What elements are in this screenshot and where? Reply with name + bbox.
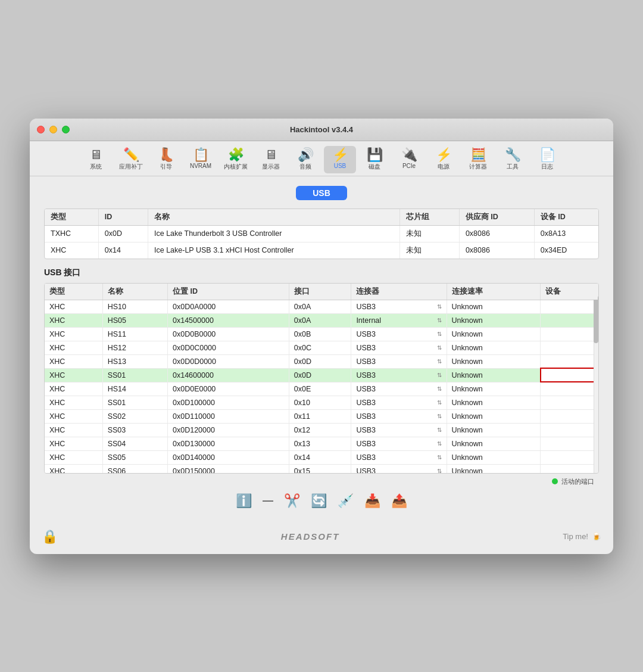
kext-icon: 🧩 <box>228 148 244 161</box>
usb-header: USB <box>44 186 599 200</box>
toolbar-label-audio: 音频 <box>299 163 311 171</box>
table-row[interactable]: XHCHS120x0D0C00000x0CUSB3⇅Unknown <box>45 341 598 354</box>
toolbar-label-log: 日志 <box>541 163 553 171</box>
status-bar: 活动的端口 <box>44 474 599 489</box>
nvram-icon: 📋 <box>193 148 209 161</box>
controllers-table: 类型 ID 名称 芯片组 供应商 ID 设备 ID TXHC0x0DIce La… <box>45 209 598 259</box>
table-row[interactable]: XHCSS050x0D1400000x14USB3⇅Unknown <box>45 450 598 464</box>
power-icon: ⚡ <box>436 148 452 161</box>
magic-wand-button[interactable]: ✂️ <box>284 493 300 509</box>
port-col-connector: 连接器 <box>351 284 447 300</box>
connector-chevron-icon: ⇅ <box>437 468 442 474</box>
connector-chevron-icon: ⇅ <box>437 454 442 461</box>
toolbar-item-audio[interactable]: 🔊 音频 <box>289 146 322 173</box>
toolbar-item-disk[interactable]: 💾 磁盘 <box>358 146 391 173</box>
import-button[interactable]: 📥 <box>364 493 380 509</box>
toolbar-item-display[interactable]: 🖥 显示器 <box>255 146 287 173</box>
patch-icon: ✏️ <box>123 148 139 161</box>
toolbar-label-boot: 引导 <box>160 163 172 171</box>
brand-label: HEADSOFT <box>281 531 340 542</box>
ports-table-header: 类型 名称 位置 ID 接口 连接器 连接速率 设备 <box>45 284 598 300</box>
toolbar-label-system: 系统 <box>90 163 102 171</box>
table-row[interactable]: XHCSS010x0D1000000x10USB3⇅Unknown <box>45 396 598 409</box>
connector-chevron-icon: ⇅ <box>437 385 442 392</box>
main-window: Hackintool v3.4.4 🖥 系统 ✏️ 应用补丁 👢 引导 📋 NV… <box>30 119 613 554</box>
info-button[interactable]: ℹ️ <box>236 493 252 509</box>
port-col-speed: 连接速率 <box>447 284 541 300</box>
connector-chevron-icon: ⇅ <box>437 303 442 310</box>
refresh-button[interactable]: 🔄 <box>311 493 327 509</box>
toolbar-item-boot[interactable]: 👢 引导 <box>150 146 182 173</box>
toolbar-item-usb[interactable]: ⚡ USB <box>324 146 356 173</box>
toolbar-item-patch[interactable]: ✏️ 应用补丁 <box>114 146 148 173</box>
controllers-table-container: 类型 ID 名称 芯片组 供应商 ID 设备 ID TXHC0x0DIce La… <box>44 209 599 259</box>
connector-chevron-icon: ⇅ <box>437 358 442 365</box>
toolbar-item-calculator[interactable]: 🧮 计算器 <box>462 146 494 173</box>
patch-button[interactable]: 💉 <box>338 493 354 509</box>
scrollbar-thumb[interactable] <box>594 295 598 343</box>
tools-icon: 🔧 <box>505 148 521 161</box>
active-port-label: 活动的端口 <box>561 477 594 486</box>
remove-button[interactable]: — <box>263 494 273 507</box>
table-row[interactable]: XHCHS050x145000000x0AInternal⇅Unknown <box>45 313 598 327</box>
toolbar-item-kext[interactable]: 🧩 内核扩展 <box>219 146 252 173</box>
lock-icon: 🔒 <box>42 529 58 545</box>
close-button[interactable] <box>37 126 45 133</box>
table-row[interactable]: XHCHS130x0D0D00000x0DUSB3⇅Unknown <box>45 354 598 368</box>
toolbar-item-nvram[interactable]: 📋 NVRAM <box>185 146 217 173</box>
connector-chevron-icon: ⇅ <box>437 344 442 351</box>
table-row[interactable]: XHCHS110x0D0B00000x0BUSB3⇅Unknown <box>45 327 598 341</box>
export-button[interactable]: 📤 <box>391 493 407 509</box>
connector-chevron-icon: ⇅ <box>437 399 442 406</box>
minimize-button[interactable] <box>49 126 57 133</box>
toolbar-label-display: 显示器 <box>262 163 280 171</box>
port-col-name: 名称 <box>102 284 167 300</box>
table-row[interactable]: XHCSS010x146000000x0DUSB3⇅Unknown <box>45 368 598 382</box>
toolbar-item-system[interactable]: 🖥 系统 <box>80 146 112 173</box>
table-row[interactable]: XHCHS100x0D0A00000x0AUSB3⇅Unknown <box>45 300 598 313</box>
table-row[interactable]: XHCSS030x0D1200000x12USB3⇅Unknown <box>45 423 598 437</box>
window-controls <box>37 126 70 133</box>
toolbar-label-pcie: PCIe <box>402 163 416 169</box>
title-bar: Hackintool v3.4.4 <box>30 119 613 141</box>
scrollbar-track[interactable] <box>594 284 598 473</box>
toolbar-item-power[interactable]: ⚡ 电源 <box>427 146 460 173</box>
ports-table: 类型 名称 位置 ID 接口 连接器 连接速率 设备 XHCHS100x0D0A… <box>45 284 598 474</box>
main-content: USB 类型 ID 名称 芯片组 供应商 ID 设备 ID TXHC0x0DIc… <box>30 176 613 524</box>
tip-label[interactable]: Tip me! 🍺 <box>563 532 601 541</box>
connector-chevron-icon: ⇅ <box>437 331 442 337</box>
toolbar-label-calculator: 计算器 <box>469 163 487 171</box>
toolbar-item-log[interactable]: 📄 日志 <box>531 146 563 173</box>
toolbar-label-disk: 磁盘 <box>369 163 380 171</box>
connector-chevron-icon: ⇅ <box>437 413 442 419</box>
table-row[interactable]: TXHC0x0DIce Lake Thunderbolt 3 USB Contr… <box>45 225 598 242</box>
toolbar-item-tools[interactable]: 🔧 工具 <box>497 146 529 173</box>
bottom-toolbar: ℹ️ — ✂️ 🔄 💉 📥 📤 <box>44 489 599 517</box>
main-toolbar: 🖥 系统 ✏️ 应用补丁 👢 引导 📋 NVRAM 🧩 内核扩展 🖥 显示器 🔊… <box>30 141 613 176</box>
usb-ports-table-container[interactable]: 类型 名称 位置 ID 接口 连接器 连接速率 设备 XHCHS100x0D0A… <box>44 283 599 474</box>
table-row[interactable]: XHCHS140x0D0E00000x0EUSB3⇅Unknown <box>45 382 598 396</box>
usb-badge: USB <box>296 186 347 200</box>
col-device-id: 设备 ID <box>534 209 598 226</box>
table-row[interactable]: XHCSS020x0D1100000x11USB3⇅Unknown <box>45 409 598 423</box>
pcie-icon: 🔌 <box>401 148 417 161</box>
beer-icon: 🍺 <box>592 532 601 541</box>
table-row[interactable]: XHC0x14Ice Lake-LP USB 3.1 xHCI Host Con… <box>45 242 598 259</box>
maximize-button[interactable] <box>62 126 70 133</box>
table-row[interactable]: XHCSS040x0D1300000x13USB3⇅Unknown <box>45 437 598 450</box>
window-title: Hackintool v3.4.4 <box>290 125 353 134</box>
controllers-table-header: 类型 ID 名称 芯片组 供应商 ID 设备 ID <box>45 209 598 226</box>
usb-ports-title: USB 接口 <box>44 267 599 278</box>
toolbar-label-patch: 应用补丁 <box>119 163 143 171</box>
toolbar-label-tools: 工具 <box>507 163 519 171</box>
toolbar-label-nvram: NVRAM <box>190 163 211 169</box>
toolbar-label-kext: 内核扩展 <box>224 163 248 171</box>
toolbar-item-pcie[interactable]: 🔌 PCIe <box>393 146 425 173</box>
system-icon: 🖥 <box>89 148 102 161</box>
col-chipset: 芯片组 <box>400 209 459 226</box>
col-id: ID <box>98 209 148 226</box>
port-col-type: 类型 <box>45 284 102 300</box>
col-vendor-id: 供应商 ID <box>459 209 534 226</box>
table-row[interactable]: XHCSS060x0D1500000x15USB3⇅Unknown <box>45 464 598 474</box>
connector-chevron-icon: ⇅ <box>437 372 442 378</box>
